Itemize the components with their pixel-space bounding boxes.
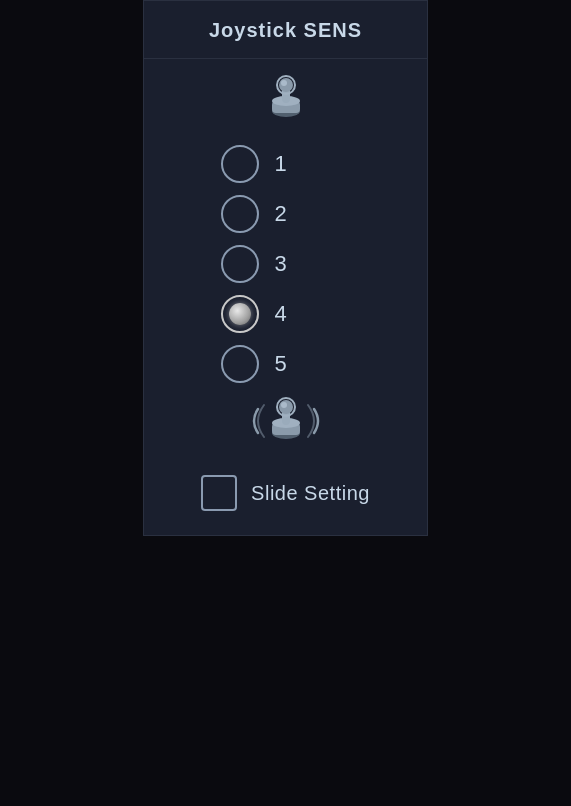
svg-point-6 xyxy=(281,80,287,86)
joystick-icon-bottom xyxy=(250,393,322,451)
joystick-icon-top xyxy=(259,73,313,131)
radio-label-4: 4 xyxy=(275,301,295,327)
slide-setting-row[interactable]: Slide Setting xyxy=(201,475,370,511)
radio-label-1: 1 xyxy=(275,151,295,177)
slide-setting-checkbox[interactable] xyxy=(201,475,237,511)
radio-circle-2 xyxy=(221,195,259,233)
radio-circle-4 xyxy=(221,295,259,333)
radio-option-4[interactable]: 4 xyxy=(221,291,351,337)
radio-circle-5 xyxy=(221,345,259,383)
slide-setting-label: Slide Setting xyxy=(251,482,370,505)
radio-option-3[interactable]: 3 xyxy=(221,241,351,287)
radio-label-2: 2 xyxy=(275,201,295,227)
radio-option-1[interactable]: 1 xyxy=(221,141,351,187)
radio-label-3: 3 xyxy=(275,251,295,277)
radio-circle-1 xyxy=(221,145,259,183)
radio-option-2[interactable]: 2 xyxy=(221,191,351,237)
panel-title: Joystick SENS xyxy=(144,1,427,59)
joystick-sens-panel: Joystick SENS 1 2 3 xyxy=(143,0,428,536)
svg-point-13 xyxy=(281,402,287,408)
radio-list: 1 2 3 4 5 xyxy=(144,141,427,387)
radio-circle-3 xyxy=(221,245,259,283)
radio-label-5: 5 xyxy=(275,351,295,377)
radio-selected-dot xyxy=(229,303,251,325)
radio-option-5[interactable]: 5 xyxy=(221,341,351,387)
